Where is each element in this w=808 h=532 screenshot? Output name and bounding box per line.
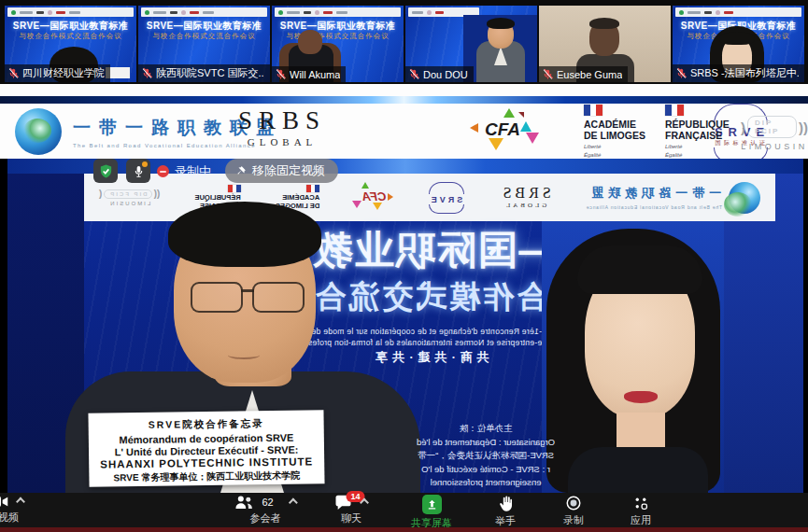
- brva-globe-icon: [729, 182, 760, 214]
- srve-subtitle: 国际标准认证: [339, 139, 808, 147]
- mini-logo-mark: [190, 11, 199, 14]
- mini-logo-mark: [724, 11, 733, 14]
- limousin-pill: DIP FCIP: [104, 189, 151, 199]
- mini-logo-dot: [427, 10, 432, 15]
- mini-logo-mark: [435, 11, 444, 14]
- mini-logo-mark: [323, 11, 333, 14]
- mini-logo-dot: [48, 10, 52, 15]
- record-button[interactable]: 录制: [563, 495, 584, 527]
- limousin-paren: ): [741, 119, 745, 135]
- share-screen-button[interactable]: 共享屏幕: [411, 495, 452, 530]
- participant-tile-6[interactable]: SRVE—国际职业教育标准 与校企合作模式交流合作会议 SRBS -法国布列塔尼…: [673, 6, 804, 82]
- participant-tile-2[interactable]: SRVE—国际职业教育标准 与校企合作模式交流合作会议 陕西职院SVTC 国际交…: [138, 6, 270, 82]
- muted-mic-icon: [275, 68, 287, 80]
- thumb-banner-subtitle: 与校企合作模式交流合作会议: [272, 32, 404, 41]
- participant-tile-3[interactable]: SRVE—国际职业教育标准 与校企合作模式交流合作会议 Will Akuma: [272, 6, 404, 82]
- mini-logo-mark: [688, 11, 701, 14]
- cfa-triangle: [520, 121, 532, 132]
- thumb-banner-subtitle: 与校企合作模式交流合作会议: [138, 32, 270, 41]
- srve-globe-top: [429, 182, 464, 194]
- video-button[interactable]: 视频: [3, 495, 24, 525]
- french-flag-icon: [306, 185, 319, 192]
- meeting-toolbar: 视频 62 参会者 14 聊天 共享屏幕 举: [0, 493, 808, 527]
- participant-nametag: 陕西职院SVTC 国际交...: [138, 64, 270, 82]
- srbs-name: SRBS: [500, 186, 551, 201]
- limousin-paren: ((: [154, 189, 161, 199]
- banner-blue-line: [0, 96, 808, 104]
- mini-logo-mark: [170, 11, 177, 14]
- participant-head: [298, 30, 322, 54]
- brva-title: 一带一路职教联盟: [586, 185, 722, 202]
- participant-hair: [487, 18, 515, 29]
- chat-button[interactable]: 14 聊天: [335, 495, 368, 525]
- thumb-banner-title: SRVE—国际职业教育标准: [138, 20, 270, 33]
- participants-icon: [234, 495, 254, 510]
- limousin-name: LIMOUSIN: [741, 142, 808, 151]
- mic-alert-dot: [142, 161, 148, 167]
- unpin-label: 移除固定视频: [252, 162, 325, 179]
- mini-logo-mark: [412, 11, 423, 14]
- man-glasses-bridge: [241, 289, 254, 292]
- muted-mic-icon: [542, 68, 554, 80]
- record-icon: [565, 495, 582, 511]
- mini-logo-dot: [181, 10, 186, 15]
- participant-tile-4[interactable]: Dou DOU: [405, 6, 537, 82]
- mini-logo-mark: [36, 11, 44, 14]
- org-line-2: Organisateur : Département de l'éd: [374, 436, 598, 450]
- muted-mic-icon: [675, 67, 688, 79]
- participant-nametag: Will Akuma: [272, 66, 346, 82]
- org-line-5: enseignement professionnel: [374, 476, 598, 490]
- french-flag-icon: [228, 185, 241, 192]
- limousin-row: ) DIP FCIP )): [741, 116, 808, 138]
- man-glasses-left: [191, 282, 243, 313]
- participants-label: 参会者: [250, 511, 281, 525]
- raise-hand-button[interactable]: 举手: [495, 495, 516, 528]
- participant-tile-1[interactable]: SRVE—国际职业教育标准 与校企合作模式交流合作会议 四川财经职业学院: [5, 6, 136, 82]
- participant-bangs: [719, 32, 755, 45]
- french-flag-icon: [584, 105, 602, 116]
- limousin-paren: )): [799, 119, 808, 135]
- mini-logo-mark: [153, 11, 166, 14]
- man-hair: [168, 202, 321, 267]
- participants-caret[interactable]: [289, 497, 298, 507]
- mini-logo-mark: [336, 11, 347, 14]
- video-caret[interactable]: [16, 497, 25, 507]
- cfa-name: CFA: [485, 119, 520, 140]
- sign-line-1: SRVE院校合作备忘录: [94, 416, 319, 432]
- participant-name: Eusebe Guma: [557, 69, 622, 80]
- brva-globe-icon: [15, 108, 62, 155]
- bottom-red-strip: [0, 527, 808, 532]
- record-label: 录制: [563, 513, 584, 527]
- participant-nametag: Eusebe Guma: [539, 66, 628, 82]
- security-shield-button[interactable]: [93, 159, 118, 183]
- muted-mic-icon: [141, 67, 153, 79]
- participant-nametag: SRBS -法国布列塔尼中...: [673, 64, 804, 82]
- pin-icon: [234, 165, 247, 177]
- thumb-banner-subtitle: 与校企合作模式交流合作会议: [5, 32, 136, 41]
- mini-logo-mark: [20, 11, 33, 14]
- zoom-meeting-window: SRVE—国际职业教育标准 与校企合作模式交流合作会议 四川财经职业学院 SRV…: [0, 0, 808, 532]
- participant-tile-5[interactable]: Eusebe Guma: [539, 6, 671, 82]
- participant-name: SRBS -法国布列塔尼中...: [690, 66, 799, 80]
- participants-count: 62: [262, 497, 273, 508]
- participants-button[interactable]: 62 参会者: [234, 495, 296, 525]
- org-line-1: 主办单位：陕: [374, 422, 598, 436]
- mini-logo-strip: [275, 7, 401, 17]
- video-camera-icon: [0, 495, 8, 509]
- mic-status-button[interactable]: [126, 159, 150, 183]
- mirrored-cfa-logo: CFA: [355, 184, 394, 212]
- apps-icon: [632, 495, 649, 511]
- raise-hand-icon: [498, 495, 514, 512]
- mini-logo-dot: [11, 10, 16, 15]
- limousin-row: (( DIP FCIP (: [99, 189, 160, 199]
- recording-label: 录制中: [175, 163, 211, 180]
- cfa-name: CFA: [362, 189, 387, 203]
- sign-line-4: SHAANXI POLYTECHNIC INSTITUTE: [94, 455, 319, 469]
- academie-line2: DE LIMOGES: [584, 130, 645, 141]
- video-label: 视频: [0, 511, 19, 525]
- apps-button[interactable]: 应用: [631, 495, 651, 527]
- unpin-video-button[interactable]: 移除固定视频: [225, 159, 338, 183]
- french-flag-icon: [665, 105, 684, 116]
- memorandum-sign: SRVE院校合作备忘录 Mémorandum de coopération SR…: [88, 410, 324, 487]
- participant-nametag: Dou DOU: [405, 66, 474, 82]
